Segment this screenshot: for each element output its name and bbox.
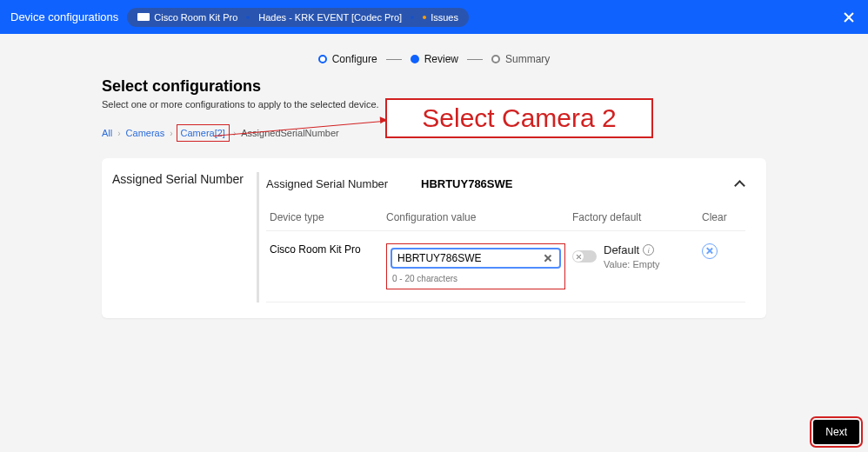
section-heading: Select configurations bbox=[102, 77, 766, 96]
step-circle-filled-icon bbox=[411, 55, 419, 63]
clear-row-button[interactable] bbox=[702, 243, 718, 259]
annotation-text: Select Camera 2 bbox=[422, 103, 616, 133]
step-label: Review bbox=[424, 53, 458, 65]
page-title: Device configurations bbox=[10, 10, 118, 23]
default-label: Default i bbox=[604, 243, 660, 256]
step-connector bbox=[467, 59, 483, 60]
cell-factory-default: Default i Value: Empty bbox=[572, 243, 687, 269]
col-device-type: Device type bbox=[266, 211, 386, 223]
input-hint: 0 - 20 characters bbox=[391, 269, 561, 285]
top-bar: Device configurations Cisco Room Kit Pro… bbox=[0, 0, 868, 34]
breadcrumb-camera2[interactable]: Camera[2] bbox=[181, 128, 225, 138]
config-highlight-frame: 0 - 20 characters bbox=[386, 243, 565, 289]
config-input-wrap bbox=[391, 248, 561, 269]
clear-input-icon[interactable] bbox=[542, 252, 554, 264]
cell-config-value: 0 - 20 characters bbox=[386, 243, 572, 289]
serial-input[interactable] bbox=[397, 252, 542, 264]
step-circle-icon bbox=[318, 55, 327, 63]
device-model-pill: Cisco Room Kit Pro bbox=[137, 12, 237, 23]
chevron-up-icon[interactable] bbox=[733, 178, 745, 190]
breadcrumb-cameras[interactable]: Cameras bbox=[126, 128, 165, 138]
issues-dot-icon bbox=[423, 16, 426, 19]
col-clear: Clear bbox=[702, 211, 745, 223]
breadcrumb-all[interactable]: All bbox=[102, 128, 112, 138]
section-header[interactable]: Assigned Serial Number HBRTUY786SWE bbox=[266, 172, 745, 203]
cell-clear bbox=[702, 243, 745, 262]
step-connector bbox=[386, 59, 402, 60]
annotation-callout: Select Camera 2 bbox=[385, 98, 653, 138]
separator-dot bbox=[246, 16, 250, 19]
chevron-right-icon: › bbox=[170, 129, 172, 138]
info-icon[interactable]: i bbox=[643, 244, 654, 256]
section-value: HBRTUY786SWE bbox=[421, 177, 512, 190]
breadcrumb-camera2-highlight: Camera[2] bbox=[177, 124, 230, 142]
cell-device-type: Cisco Room Kit Pro bbox=[266, 243, 386, 256]
section-title: Assigned Serial Number bbox=[266, 177, 421, 190]
wizard-stepper: Configure Review Summary bbox=[0, 34, 868, 77]
device-name-pill: Hades - KRK EVENT [Codec Pro] bbox=[258, 12, 402, 23]
col-factory-default: Factory default bbox=[572, 211, 687, 223]
device-model-label: Cisco Room Kit Pro bbox=[154, 12, 237, 23]
context-pill-group: Cisco Room Kit Pro Hades - KRK EVENT [Co… bbox=[127, 8, 469, 27]
step-label: Summary bbox=[505, 53, 550, 65]
config-panel: Assigned Serial Number Assigned Serial N… bbox=[102, 158, 766, 318]
step-circle-empty-icon bbox=[491, 55, 500, 63]
step-review[interactable]: Review bbox=[411, 53, 458, 65]
separator-dot bbox=[411, 16, 414, 19]
panel-main: Assigned Serial Number HBRTUY786SWE Devi… bbox=[257, 172, 745, 302]
table-row: Cisco Room Kit Pro 0 - 20 characters bbox=[266, 231, 745, 302]
issues-label: Issues bbox=[431, 12, 458, 23]
step-configure[interactable]: Configure bbox=[318, 53, 377, 65]
panel-sidebar-title: Assigned Serial Number bbox=[112, 172, 257, 302]
default-sub: Value: Empty bbox=[604, 259, 660, 269]
col-config-value: Configuration value bbox=[386, 211, 572, 223]
step-label: Configure bbox=[332, 53, 377, 65]
step-summary[interactable]: Summary bbox=[491, 53, 550, 65]
table-header-row: Device type Configuration value Factory … bbox=[266, 203, 745, 231]
issues-pill[interactable]: Issues bbox=[423, 12, 458, 23]
next-button[interactable]: Next bbox=[813, 420, 859, 444]
chevron-right-icon: › bbox=[117, 129, 120, 138]
default-toggle[interactable] bbox=[572, 250, 597, 263]
close-icon[interactable] bbox=[842, 10, 856, 24]
device-icon bbox=[137, 13, 150, 21]
